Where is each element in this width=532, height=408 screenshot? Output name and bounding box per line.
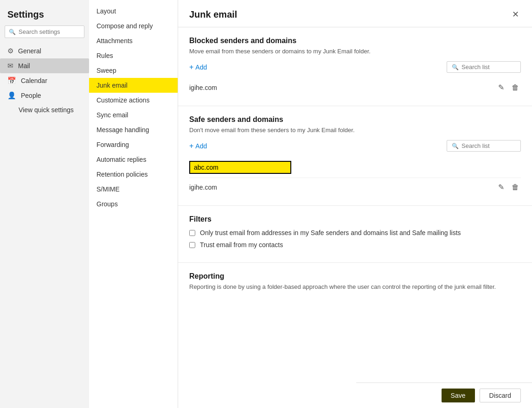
sidebar-item-people-label: People [21,92,41,99]
safe-editing-input[interactable] [189,161,291,174]
people-icon: 👤 [7,91,16,100]
safe-search-input[interactable] [461,142,516,149]
secondary-item-sweep[interactable]: Sweep [89,63,178,78]
sidebar-item-general-label: General [18,47,41,55]
calendar-icon: 📅 [7,76,16,85]
secondary-item-message-handling[interactable]: Message handling [89,122,178,137]
blocked-senders-title: Blocked senders and domains [189,37,521,45]
sidebar-item-calendar-label: Calendar [21,77,47,84]
blocked-add-button[interactable]: + Add [189,63,207,71]
sidebar-item-mail[interactable]: ✉ Mail [0,58,89,73]
app-title: Settings [0,6,89,26]
blocked-add-label: Add [195,64,207,71]
blocked-item-value: igihe.com [189,84,217,91]
filter-trust-contacts-checkbox[interactable] [189,242,195,248]
blocked-edit-button[interactable]: ✎ [496,82,506,93]
blocked-senders-desc: Move email from these senders or domains… [189,48,521,55]
filter-only-trust-checkbox[interactable] [189,230,195,236]
blocked-search-icon: 🔍 [452,64,459,70]
filter-only-trust-row: Only trust email from addresses in my Sa… [189,229,521,236]
secondary-item-sync-email[interactable]: Sync email [89,108,178,122]
mail-icon: ✉ [7,62,13,70]
page-title: Junk email [189,9,237,20]
secondary-item-forwarding[interactable]: Forwarding [89,137,178,152]
sidebar-item-general[interactable]: ⚙ General [0,44,89,58]
blocked-search-box[interactable]: 🔍 [447,61,521,73]
safe-delete-button[interactable]: 🗑 [510,182,521,192]
sidebar-item-view-quick-settings[interactable]: View quick settings [0,103,89,117]
secondary-item-rules[interactable]: Rules [89,48,178,63]
secondary-sidebar: Layout Compose and reply Attachments Rul… [89,0,178,408]
search-settings-input[interactable] [19,28,80,35]
reporting-title: Reporting [189,272,521,280]
footer: Save Discard [356,382,532,408]
blocked-add-search-row: + Add 🔍 [189,61,521,73]
reporting-section: Reporting Reporting is done by using a f… [178,263,532,306]
safe-search-icon: 🔍 [452,143,459,149]
safe-item-actions: ✎ 🗑 [496,182,521,192]
main-header: Junk email ✕ [178,0,532,27]
filters-title: Filters [189,215,521,223]
sidebar-item-people[interactable]: 👤 People [0,88,89,103]
safe-add-button[interactable]: + Add [189,142,207,150]
safe-add-search-row: + Add 🔍 [189,140,521,152]
secondary-item-layout[interactable]: Layout [89,4,178,19]
sidebar-item-calendar[interactable]: 📅 Calendar [0,73,89,88]
blocked-list-item: igihe.com ✎ 🗑 [189,78,521,96]
blocked-item-actions: ✎ 🗑 [496,82,521,93]
blocked-delete-button[interactable]: 🗑 [510,82,521,93]
filter-trust-contacts-row: Trust email from my contacts [189,241,521,249]
filter-only-trust-label: Only trust email from addresses in my Sa… [200,229,461,236]
save-button[interactable]: Save [442,389,475,402]
secondary-item-compose-reply[interactable]: Compose and reply [89,19,178,33]
sidebar-item-mail-label: Mail [18,62,30,70]
search-settings-box[interactable]: 🔍 [5,26,84,38]
secondary-item-automatic-replies[interactable]: Automatic replies [89,152,178,167]
safe-senders-desc: Don't move email from these senders to m… [189,127,521,134]
plus-icon-safe: + [189,142,193,150]
safe-item-value: igihe.com [189,184,217,191]
secondary-item-smime[interactable]: S/MIME [89,182,178,197]
left-sidebar: Settings 🔍 ⚙ General ✉ Mail 📅 Calendar 👤… [0,0,89,408]
safe-editing-row [189,157,521,178]
safe-senders-title: Safe senders and domains [189,115,521,124]
search-settings-icon: 🔍 [9,29,16,35]
view-quick-settings-label: View quick settings [19,106,74,114]
gear-icon: ⚙ [7,47,13,55]
blocked-senders-section: Blocked senders and domains Move email f… [178,27,532,106]
safe-search-box[interactable]: 🔍 [447,140,521,152]
filters-section: Filters Only trust email from addresses … [178,206,532,263]
secondary-item-customize-actions[interactable]: Customize actions [89,93,178,108]
secondary-item-retention-policies[interactable]: Retention policies [89,167,178,182]
safe-list-item: igihe.com ✎ 🗑 [189,178,521,196]
safe-edit-button[interactable]: ✎ [496,182,506,192]
secondary-item-junk-email[interactable]: Junk email [89,78,178,93]
reporting-desc: Reporting is done by using a folder-base… [189,283,521,290]
main-content: Junk email ✕ Blocked senders and domains… [178,0,532,408]
plus-icon: + [189,63,193,71]
close-button[interactable]: ✕ [510,7,521,21]
safe-editing-input-wrapper [189,161,291,174]
discard-button[interactable]: Discard [480,389,521,402]
blocked-search-input[interactable] [461,64,516,70]
secondary-item-attachments[interactable]: Attachments [89,33,178,48]
safe-add-label: Add [195,142,207,150]
safe-senders-section: Safe senders and domains Don't move emai… [178,106,532,206]
secondary-item-groups[interactable]: Groups [89,197,178,211]
filter-trust-contacts-label: Trust email from my contacts [200,241,283,249]
